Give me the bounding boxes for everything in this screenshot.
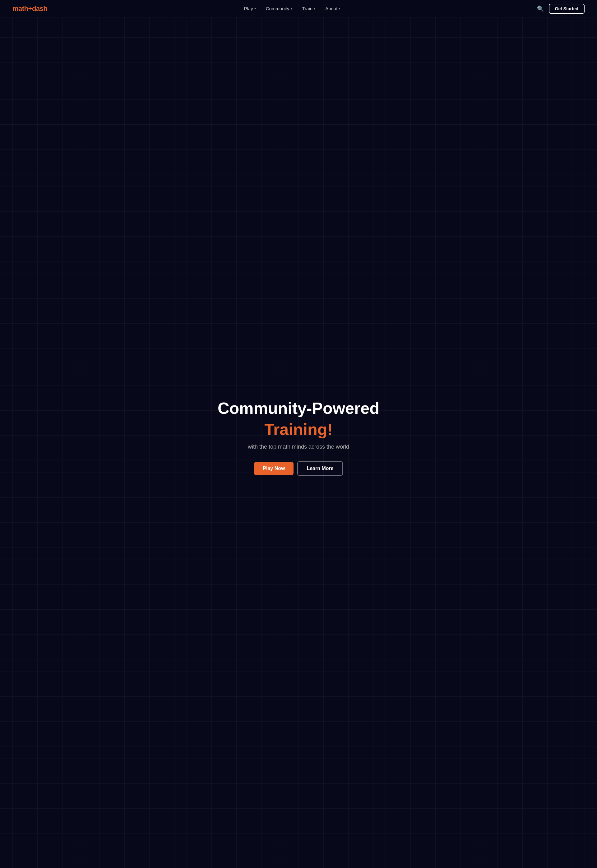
- nav-train[interactable]: Train ▾: [302, 6, 316, 11]
- hero-subtitle: with the top math minds across the world: [248, 444, 349, 450]
- logo-suffix: dash: [32, 4, 47, 12]
- logo[interactable]: math+dash: [12, 4, 47, 13]
- learn-more-button[interactable]: Learn More: [297, 461, 343, 476]
- logo-prefix: math: [12, 4, 28, 12]
- search-icon[interactable]: 🔍: [537, 5, 544, 12]
- hero-title-line1: Community-Powered: [218, 399, 379, 417]
- nav-right: 🔍 Get Started: [537, 4, 585, 14]
- nav-get-started-button[interactable]: Get Started: [549, 4, 585, 14]
- chevron-down-icon: ▾: [291, 7, 292, 10]
- logo-plus: +: [28, 4, 32, 12]
- navbar: math+dash Play ▾ Community ▾ Train ▾ Abo…: [0, 0, 597, 18]
- nav-links: Play ▾ Community ▾ Train ▾ About ▾: [244, 6, 340, 11]
- play-now-button[interactable]: Play Now: [254, 462, 294, 475]
- hero-buttons: Play Now Learn More: [254, 461, 343, 476]
- nav-about[interactable]: About ▾: [325, 6, 340, 11]
- hero-section: Community-Powered Training! with the top…: [0, 0, 597, 868]
- hero-title-line2: Training!: [264, 420, 333, 439]
- nav-community[interactable]: Community ▾: [266, 6, 292, 11]
- nav-play[interactable]: Play ▾: [244, 6, 255, 11]
- chevron-down-icon: ▾: [254, 7, 256, 10]
- chevron-down-icon: ▾: [339, 7, 340, 10]
- chevron-down-icon: ▾: [314, 7, 315, 10]
